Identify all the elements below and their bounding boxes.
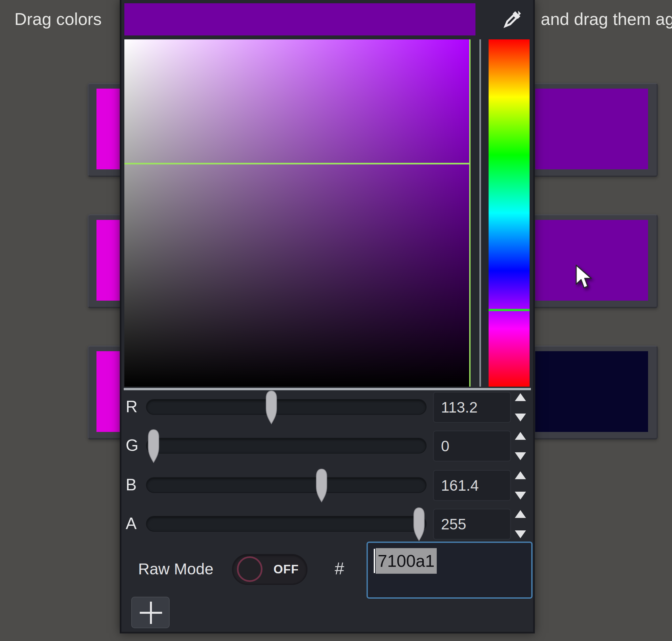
sv-cursor-hline bbox=[124, 163, 470, 164]
g-slider-handle[interactable] bbox=[147, 429, 161, 463]
color-swatch[interactable] bbox=[535, 351, 648, 432]
slider-label: G bbox=[126, 436, 138, 455]
down-arrow-icon[interactable] bbox=[515, 492, 526, 500]
r-slider-handle[interactable] bbox=[264, 390, 278, 425]
add-swatch-button[interactable] bbox=[131, 597, 170, 628]
slider-label: R bbox=[126, 397, 137, 416]
slider-row-a: A 255 bbox=[121, 504, 533, 544]
color-preview-bar bbox=[124, 3, 476, 36]
raw-mode-toggle[interactable]: OFF bbox=[232, 554, 307, 585]
r-value-spinbox[interactable]: 113.2 bbox=[433, 392, 511, 423]
text-caret bbox=[374, 549, 375, 573]
b-slider-track[interactable] bbox=[146, 477, 427, 493]
instruction-text-right: and drag them ag bbox=[541, 9, 672, 29]
slider-label: A bbox=[126, 514, 137, 533]
mouse-cursor-icon bbox=[575, 264, 593, 291]
b-slider-handle[interactable] bbox=[315, 468, 328, 503]
b-spinner bbox=[514, 471, 527, 500]
up-arrow-icon[interactable] bbox=[515, 393, 526, 401]
eyedropper-button[interactable] bbox=[499, 7, 524, 33]
r-spinner bbox=[514, 393, 527, 421]
value-strip bbox=[479, 39, 481, 387]
raw-mode-label: Raw Mode bbox=[138, 560, 213, 578]
hex-prefix-label: # bbox=[335, 559, 344, 578]
down-arrow-icon[interactable] bbox=[515, 413, 526, 421]
a-value-spinbox[interactable]: 255 bbox=[433, 509, 511, 540]
g-value-spinbox[interactable]: 0 bbox=[433, 431, 511, 462]
hue-slider[interactable] bbox=[489, 39, 530, 387]
toggle-ring-icon bbox=[237, 556, 262, 582]
a-slider-track[interactable] bbox=[146, 516, 427, 532]
hue-marker bbox=[489, 309, 530, 311]
slider-row-b: B 161.4 bbox=[121, 465, 533, 505]
down-arrow-icon[interactable] bbox=[515, 452, 526, 460]
slider-row-g: G 0 bbox=[121, 426, 533, 465]
color-swatch[interactable] bbox=[535, 88, 648, 169]
eyedropper-icon bbox=[499, 29, 524, 34]
g-slider-track[interactable] bbox=[146, 438, 427, 454]
slider-row-r: R 113.2 bbox=[121, 387, 533, 427]
b-value-spinbox[interactable]: 161.4 bbox=[433, 470, 511, 501]
r-slider-track[interactable] bbox=[146, 399, 427, 415]
up-arrow-icon[interactable] bbox=[515, 510, 526, 518]
saturation-value-square[interactable] bbox=[124, 39, 470, 387]
hex-input[interactable]: 7100a1 bbox=[367, 542, 533, 599]
down-arrow-icon[interactable] bbox=[515, 530, 526, 538]
up-arrow-icon[interactable] bbox=[515, 471, 526, 479]
a-slider-handle[interactable] bbox=[412, 507, 426, 542]
swatch-panel bbox=[533, 83, 658, 177]
hex-selected-text: 7100a1 bbox=[376, 548, 437, 574]
instruction-text-left: Drag colors bbox=[14, 9, 102, 29]
toggle-state-text: OFF bbox=[267, 555, 305, 584]
color-picker-dialog: R 113.2 G 0 B bbox=[120, 0, 535, 633]
sv-cursor-vline bbox=[469, 39, 470, 387]
up-arrow-icon[interactable] bbox=[515, 432, 526, 440]
swatch-panel bbox=[533, 345, 658, 439]
g-spinner bbox=[514, 432, 527, 460]
slider-label: B bbox=[126, 475, 137, 494]
a-spinner bbox=[514, 510, 527, 538]
swatch-panel bbox=[533, 214, 658, 308]
screen: { "instructions": { "left_text": "Drag c… bbox=[0, 0, 672, 641]
